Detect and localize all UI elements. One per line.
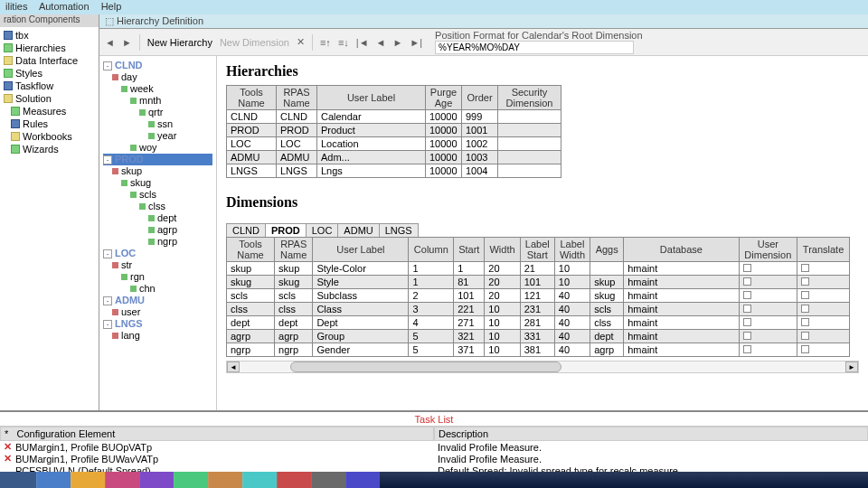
tree-node-woy[interactable]: woy [103, 142, 212, 154]
menu-help[interactable]: Help [101, 1, 122, 12]
tree-node-scls[interactable]: scls [103, 189, 212, 201]
table-row[interactable]: LOCLOCLocation100001002 [227, 137, 561, 151]
prev-icon[interactable]: ◄ [376, 37, 386, 48]
tree-node-lngs[interactable]: -LNGS [103, 318, 212, 330]
col-header[interactable]: Tools Name [227, 238, 275, 262]
tree-node-skug[interactable]: skug [103, 177, 212, 189]
first-icon[interactable]: |◄ [356, 37, 369, 48]
table-row[interactable]: LNGSLNGSLngs100001004 [227, 164, 561, 178]
nav-item-workbooks[interactable]: Workbooks [4, 130, 95, 143]
col-header[interactable]: Purge Age [426, 86, 462, 110]
col-header[interactable]: Order [462, 86, 498, 110]
col-header[interactable]: Database [624, 238, 739, 262]
next-icon[interactable]: ► [392, 37, 402, 48]
last-icon[interactable]: ►| [410, 37, 422, 48]
checkbox[interactable] [801, 264, 809, 272]
tree-node-mnth[interactable]: mnth [103, 95, 212, 107]
tree-node-lang[interactable]: lang [103, 330, 212, 342]
taskbar-app-1[interactable] [36, 472, 71, 488]
tree-node-agrp[interactable]: agrp [103, 224, 212, 236]
tree-node-week[interactable]: week [103, 83, 212, 95]
col-header[interactable]: Start [454, 238, 485, 262]
nav-item-taskflow[interactable]: Taskflow [4, 80, 95, 92]
new-dimension-button[interactable]: New Dimension [220, 37, 289, 48]
checkbox[interactable] [801, 291, 809, 299]
back-icon[interactable]: ◄ [105, 37, 115, 48]
tree-node-prod[interactable]: -PROD [103, 154, 212, 165]
checkbox[interactable] [743, 305, 751, 313]
checkbox[interactable] [801, 332, 809, 340]
checkbox[interactable] [801, 318, 809, 326]
tree-node-clss[interactable]: clss [103, 201, 212, 212]
menu-automation[interactable]: Automation [39, 1, 90, 12]
task-row[interactable]: ✕BUMargin1, Profile BUOpVATp [0, 441, 434, 453]
tree-node-admu[interactable]: -ADMU [103, 295, 212, 306]
taskbar-app-10[interactable] [345, 472, 380, 488]
tab-prod[interactable]: PROD [265, 223, 307, 237]
os-taskbar[interactable] [0, 472, 868, 488]
delete-icon[interactable]: ✕ [297, 36, 305, 48]
tree-node-skup[interactable]: skup [103, 165, 212, 177]
table-row[interactable]: skupskupStyle-Color11202110hmaint [227, 262, 850, 276]
table-row[interactable]: sclssclsSubclass21012012140skughmaint [227, 289, 850, 303]
nav-item-hierarchies[interactable]: Hierarchies [4, 42, 95, 54]
col-header[interactable]: Label Start [520, 238, 554, 262]
start-button[interactable] [0, 472, 36, 488]
table-row[interactable]: agrpagrpGroup53211033140depthmaint [227, 330, 850, 343]
col-header[interactable]: Label Width [554, 238, 590, 262]
task-row[interactable]: ✕BUMargin1, Profile BUWavVATp [0, 453, 434, 465]
posfmt-input[interactable] [435, 41, 634, 54]
table-row[interactable]: ADMUADMUAdm...100001003 [227, 151, 561, 164]
checkbox[interactable] [801, 305, 809, 313]
col-header[interactable]: Translate [797, 238, 850, 262]
checkbox[interactable] [743, 277, 751, 286]
table-row[interactable]: clssclssClass32211023140sclshmaint [227, 303, 850, 316]
tab-loc[interactable]: LOC [306, 223, 339, 237]
tab-lngs[interactable]: LNGS [379, 223, 419, 237]
checkbox[interactable] [743, 332, 751, 340]
tree-node-user[interactable]: user [103, 306, 212, 318]
col-header[interactable]: User Dimension [739, 238, 797, 262]
col-header[interactable]: RPAS Name [275, 238, 313, 262]
scroll-thumb[interactable] [290, 361, 561, 372]
tree-node-day[interactable]: day [103, 71, 212, 83]
col-header[interactable]: User Label [317, 86, 426, 110]
col-header[interactable]: Width [485, 238, 520, 262]
taskbar-app-6[interactable] [208, 472, 242, 488]
table-row[interactable]: ngrpngrpGender53711038140agrphmaint [227, 343, 850, 357]
tree-node-clnd[interactable]: -CLND [103, 60, 212, 71]
tab-clnd[interactable]: CLND [226, 223, 266, 237]
nav-item-solution[interactable]: Solution [4, 92, 95, 105]
forward-icon[interactable]: ► [122, 37, 132, 48]
nav-item-tbx[interactable]: tbx [4, 29, 95, 42]
tree-node-rgn[interactable]: rgn [103, 271, 212, 283]
checkbox[interactable] [801, 345, 809, 353]
nav-item-data interface[interactable]: Data Interface [4, 54, 95, 67]
menu-utilities[interactable]: ilities [5, 1, 27, 12]
nav-item-wizards[interactable]: Wizards [4, 143, 95, 155]
taskbar-app-9[interactable] [311, 472, 345, 488]
checkbox[interactable] [743, 318, 751, 326]
taskbar-app-4[interactable] [139, 472, 174, 488]
dimensions-table[interactable]: Tools NameRPAS NameUser LabelColumnStart… [226, 237, 850, 357]
scroll-right-icon[interactable]: ► [845, 361, 858, 372]
tree-node-str[interactable]: str [103, 259, 212, 271]
checkbox[interactable] [743, 264, 751, 272]
tab-hierarchy-definition[interactable]: ⬚ Hierarchy Definition [105, 15, 203, 26]
tree-node-ngrp[interactable]: ngrp [103, 236, 212, 248]
new-hierarchy-button[interactable]: New Hierarchy [147, 37, 212, 48]
taskbar-app-7[interactable] [242, 472, 277, 488]
scroll-left-icon[interactable]: ◄ [227, 361, 240, 372]
col-header[interactable]: Security Dimension [498, 86, 561, 110]
taskbar-app-2[interactable] [71, 472, 105, 488]
tree-node-loc[interactable]: -LOC [103, 248, 212, 259]
tree-node-qrtr[interactable]: qrtr [103, 107, 212, 118]
table-row[interactable]: CLNDCLNDCalendar10000999 [227, 110, 561, 124]
tree-node-chn[interactable]: chn [103, 283, 212, 295]
checkbox[interactable] [801, 277, 809, 286]
taskbar-app-3[interactable] [105, 472, 139, 488]
col-header[interactable]: Aggs [590, 238, 624, 262]
checkbox[interactable] [743, 291, 751, 299]
nav-item-styles[interactable]: Styles [4, 67, 95, 80]
tab-admu[interactable]: ADMU [337, 223, 379, 237]
